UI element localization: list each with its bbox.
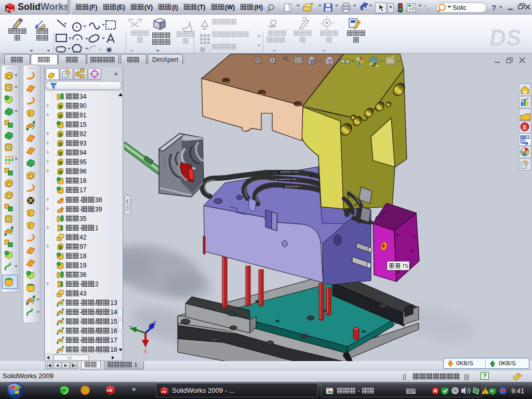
svg-text:?: ?	[491, 3, 496, 12]
svg-text:»: »	[132, 385, 136, 393]
svg-text:75: 75	[402, 263, 408, 269]
svg-text:!: !	[484, 388, 486, 394]
svg-text:SW: SW	[107, 389, 113, 392]
svg-text:S: S	[6, 7, 9, 12]
svg-text:Solic: Solic	[453, 4, 467, 11]
svg-text:Y: Y	[129, 324, 133, 330]
svg-text:Z: Z	[153, 320, 156, 326]
svg-text:ʹʿ..: ʹʿ..	[424, 4, 430, 10]
svg-text:+: +	[490, 389, 493, 394]
svg-text:W: W	[10, 8, 14, 13]
svg-text:X: X	[143, 348, 148, 354]
svg-text:SW: SW	[161, 390, 166, 393]
svg-text:S: S	[523, 124, 526, 130]
